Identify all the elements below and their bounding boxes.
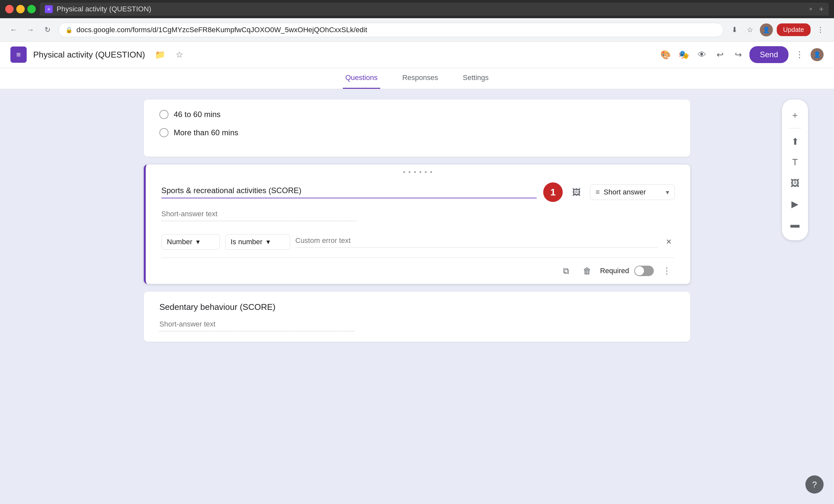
radio-label-2: More than 60 mins xyxy=(174,128,238,137)
more-question-options[interactable]: ⋮ xyxy=(659,263,675,279)
titlebar: ≡ Physical activity (QUESTION) × + xyxy=(0,0,834,18)
active-question-card: • • • • • • 1 🖼 ≡ Short answer ▾ Number … xyxy=(144,164,690,284)
next-question-input[interactable] xyxy=(159,320,354,331)
template-icon[interactable]: 🎨 xyxy=(658,47,673,62)
app-title: Physical activity (QUESTION) xyxy=(33,50,145,60)
minimize-button[interactable] xyxy=(16,5,25,13)
floating-sidebar: ＋ ⬆ T 🖼 ▶ ▬ xyxy=(782,99,808,240)
error-text-input[interactable] xyxy=(295,236,658,248)
validation-type-label: Number xyxy=(167,238,192,246)
duplicate-button[interactable]: ⧉ xyxy=(558,263,574,279)
back-button[interactable]: ← xyxy=(8,24,20,36)
lock-icon: 🔒 xyxy=(65,26,72,33)
validation-condition-dropdown[interactable]: Is number ▾ xyxy=(225,234,290,250)
bookmark-icon[interactable]: ☆ xyxy=(744,24,756,36)
add-video-button[interactable]: ▶ xyxy=(786,195,804,213)
question-title-input[interactable] xyxy=(161,186,537,198)
chrome-actions: ⬇ ☆ 👤 Update ⋮ xyxy=(729,23,827,37)
header-right: 🎨 🎭 👁 ↩ ↪ Send ⋮ 👤 xyxy=(658,46,824,63)
clear-validation-button[interactable]: ✕ xyxy=(663,236,675,248)
radio-circle[interactable] xyxy=(159,110,169,119)
reload-button[interactable]: ↻ xyxy=(42,24,53,36)
add-image-button[interactable]: 🖼 xyxy=(569,185,584,199)
tab-title: Physical activity (QUESTION) xyxy=(57,5,805,13)
close-button[interactable] xyxy=(5,5,14,13)
logo-icon: ≡ xyxy=(16,50,21,59)
add-question-button[interactable]: ＋ xyxy=(786,106,804,124)
app-header: ≡ Physical activity (QUESTION) 📁 ☆ 🎨 🎭 👁… xyxy=(0,42,834,68)
app-icons: 📁 ☆ xyxy=(153,47,187,62)
help-button[interactable]: ? xyxy=(805,475,824,494)
tab-questions[interactable]: Questions xyxy=(343,68,380,89)
drag-handle[interactable]: • • • • • • xyxy=(146,164,690,177)
forward-button[interactable]: → xyxy=(25,24,37,36)
star-button[interactable]: ☆ xyxy=(172,47,187,62)
prev-question-body: 46 to 60 mins More than 60 mins xyxy=(144,99,690,157)
radio-label-1: 46 to 60 mins xyxy=(174,110,221,119)
sidebar-divider-1 xyxy=(788,128,802,129)
previous-question-card: 46 to 60 mins More than 60 mins xyxy=(144,99,690,157)
main-content: 46 to 60 mins More than 60 mins • • • • … xyxy=(0,89,834,504)
folder-button[interactable]: 📁 xyxy=(153,47,167,62)
profile-avatar[interactable]: 👤 xyxy=(760,23,773,37)
required-toggle[interactable] xyxy=(634,266,654,276)
required-label: Required xyxy=(600,267,629,275)
maximize-button[interactable] xyxy=(27,5,36,13)
import-questions-button[interactable]: ⬆ xyxy=(786,132,804,151)
download-icon[interactable]: ⬇ xyxy=(729,24,740,36)
short-answer-area xyxy=(146,210,690,229)
validation-type-dropdown[interactable]: Number ▾ xyxy=(161,234,220,250)
add-section-button[interactable]: ▬ xyxy=(786,215,804,234)
short-answer-input[interactable] xyxy=(161,210,356,221)
add-image-sidebar-button[interactable]: 🖼 xyxy=(786,174,804,192)
add-title-button[interactable]: T xyxy=(786,153,804,171)
chevron-down-icon: ▾ xyxy=(666,188,669,196)
tab-favicon: ≡ xyxy=(45,5,53,13)
app-logo: ≡ xyxy=(10,46,27,63)
question-header: 1 🖼 ≡ Short answer ▾ xyxy=(146,177,690,210)
validation-type-arrow: ▾ xyxy=(196,238,200,246)
update-button[interactable]: Update xyxy=(777,23,811,36)
tab-bar: ≡ Physical activity (QUESTION) × + xyxy=(40,3,829,16)
more-options-button[interactable]: ⋮ xyxy=(792,47,807,62)
validation-condition-label: Is number xyxy=(231,238,263,246)
preview-icon[interactable]: 👁 xyxy=(695,47,709,62)
url-text: docs.google.com/forms/d/1CgMYzcSeFR8eKum… xyxy=(76,26,367,34)
traffic-lights xyxy=(5,5,36,13)
redo-button[interactable]: ↪ xyxy=(731,47,746,62)
undo-button[interactable]: ↩ xyxy=(713,47,727,62)
next-question-title: Sedentary behaviour (SCORE) xyxy=(159,302,675,312)
user-avatar[interactable]: 👤 xyxy=(811,48,824,61)
card-footer: ⧉ 🗑 Required ⋮ xyxy=(146,258,690,284)
validation-condition-arrow: ▾ xyxy=(266,238,270,246)
toggle-knob xyxy=(635,266,644,275)
next-question-body: Sedentary behaviour (SCORE) xyxy=(144,292,690,342)
tab-responses[interactable]: Responses xyxy=(400,68,441,89)
tab-close-button[interactable]: × xyxy=(809,6,813,13)
extensions-icon[interactable]: ⋮ xyxy=(814,24,826,36)
new-tab-button[interactable]: + xyxy=(819,4,824,14)
nav-tabs: Questions Responses Settings xyxy=(0,68,834,89)
tab-settings[interactable]: Settings xyxy=(460,68,491,89)
chrome-toolbar: ← → ↻ 🔒 docs.google.com/forms/d/1CgMYzcS… xyxy=(0,18,834,42)
validation-row: Number ▾ Is number ▾ ✕ xyxy=(146,229,690,257)
type-icon: ≡ xyxy=(596,188,600,197)
radio-option-2: More than 60 mins xyxy=(159,128,675,137)
radio-circle-2[interactable] xyxy=(159,128,169,137)
badge-number: 1 xyxy=(543,182,563,202)
address-bar[interactable]: 🔒 docs.google.com/forms/d/1CgMYzcSeFR8eK… xyxy=(59,23,723,37)
send-button[interactable]: Send xyxy=(749,46,788,63)
next-question-card: Sedentary behaviour (SCORE) xyxy=(144,292,690,342)
radio-option-1: 46 to 60 mins xyxy=(159,110,675,119)
type-label: Short answer xyxy=(604,188,646,197)
delete-button[interactable]: 🗑 xyxy=(579,263,595,279)
palette-icon[interactable]: 🎭 xyxy=(677,47,691,62)
answer-type-dropdown[interactable]: ≡ Short answer ▾ xyxy=(590,184,675,200)
